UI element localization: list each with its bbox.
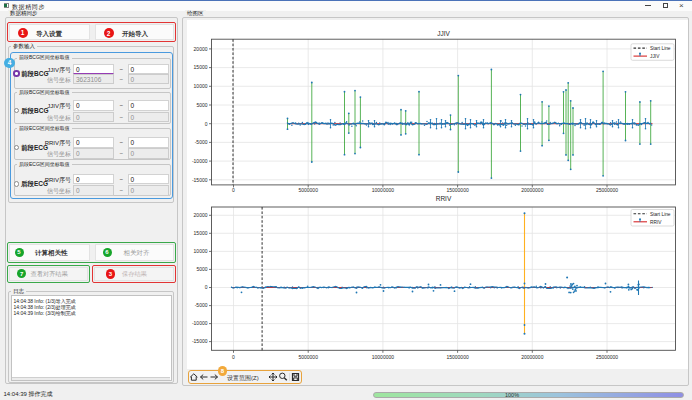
svg-text:20000: 20000: [193, 212, 207, 218]
svg-text:-15000: -15000: [191, 177, 207, 183]
svg-text:15000: 15000: [193, 230, 207, 236]
svg-text:5000000: 5000000: [298, 187, 318, 193]
svg-text:0: 0: [232, 354, 235, 360]
svg-text:-5000: -5000: [194, 139, 207, 145]
svg-text:5000000: 5000000: [298, 354, 318, 360]
svg-text:JJIV: JJIV: [650, 54, 660, 59]
svg-text:10000000: 10000000: [371, 354, 393, 360]
svg-text:15000000: 15000000: [446, 354, 468, 360]
svg-text:10000: 10000: [193, 248, 207, 254]
svg-text:5000: 5000: [196, 102, 207, 108]
svg-text:10000: 10000: [193, 83, 207, 89]
svg-text:RRIV: RRIV: [435, 195, 451, 202]
svg-text:0: 0: [204, 121, 207, 127]
svg-text:15000000: 15000000: [446, 187, 468, 193]
svg-text:20000000: 20000000: [521, 354, 543, 360]
svg-text:RRIV: RRIV: [650, 220, 662, 225]
svg-text:0: 0: [232, 187, 235, 193]
svg-text:-10000: -10000: [191, 158, 207, 164]
svg-text:-10000: -10000: [191, 320, 207, 326]
svg-text:15000: 15000: [193, 64, 207, 70]
svg-text:Start Line: Start Line: [650, 46, 671, 51]
svg-text:20000: 20000: [193, 46, 207, 52]
svg-text:5000: 5000: [196, 266, 207, 272]
svg-text:25000000: 25000000: [595, 187, 617, 193]
svg-text:10000000: 10000000: [371, 187, 393, 193]
svg-text:Start Line: Start Line: [650, 212, 671, 217]
svg-text:25000000: 25000000: [595, 354, 617, 360]
svg-text:20000000: 20000000: [521, 187, 543, 193]
svg-text:-5000: -5000: [194, 302, 207, 308]
svg-text:0: 0: [204, 284, 207, 290]
svg-text:JJIV: JJIV: [437, 30, 450, 37]
svg-text:-15000: -15000: [191, 338, 207, 344]
